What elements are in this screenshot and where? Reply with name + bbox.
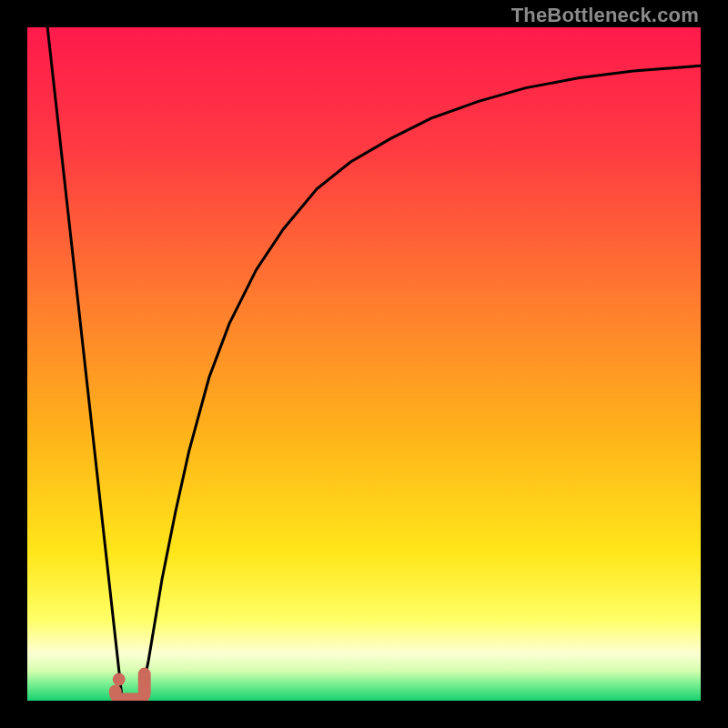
marker-dot <box>113 673 126 686</box>
plot-area <box>27 27 701 701</box>
highlight-marker <box>27 27 701 701</box>
chart-frame: TheBottleneck.com <box>0 0 728 728</box>
watermark-text: TheBottleneck.com <box>511 4 699 27</box>
